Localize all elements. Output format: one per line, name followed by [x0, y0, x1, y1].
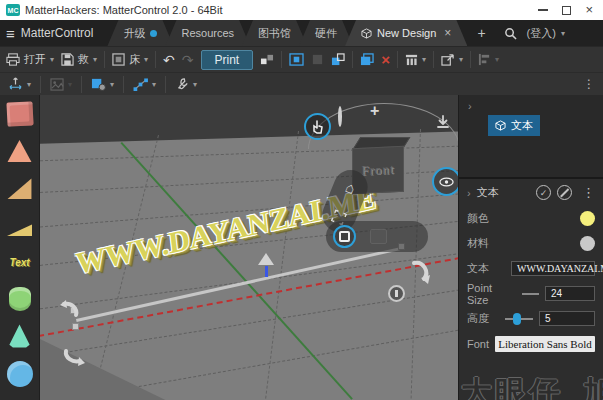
new-tab-button[interactable]: + — [477, 25, 485, 41]
shape-pyramid[interactable] — [7, 139, 33, 163]
arrange-icon[interactable] — [260, 53, 274, 66]
properties-panel: › 文本 › 文本 ✓ ⋮ 颜色 材料 — [458, 95, 603, 400]
hamburger-menu-icon[interactable]: ≡ — [6, 25, 15, 42]
tools-button[interactable]: ▾ — [175, 77, 197, 91]
tab-library[interactable]: 图书馆 — [242, 20, 307, 46]
ungroup-icon[interactable] — [311, 53, 324, 66]
text-input[interactable]: WWW.DAYANZAI.ME — [511, 261, 595, 276]
shape-cube[interactable] — [6, 101, 33, 126]
sign-in-label: (登入) — [527, 26, 556, 41]
close-button-icon[interactable]: × — [585, 5, 593, 15]
print-button[interactable]: Print — [201, 50, 254, 70]
open-button[interactable]: 打开 ▾ — [6, 52, 54, 67]
export-button[interactable]: ▾ — [441, 53, 463, 66]
visibility-eye-icon[interactable] — [432, 167, 458, 196]
floppy-save-icon — [61, 53, 74, 66]
combine-icon[interactable] — [331, 53, 345, 66]
toolbar-separator — [470, 51, 471, 68]
home-view-icon[interactable]: ⌂ — [343, 178, 358, 197]
overflow-menu-icon[interactable]: ⋮ — [583, 77, 595, 91]
height-slider-knob[interactable] — [513, 313, 521, 325]
scene-tree: › 文本 — [459, 95, 603, 177]
align-icon — [478, 53, 491, 66]
notification-dot — [150, 30, 157, 37]
title-bar: MC MatterHackers: MatterControl 2.0 - 64… — [0, 0, 603, 20]
pan-icon[interactable]: + — [370, 104, 379, 118]
chevron-down-icon: ▾ — [110, 80, 114, 89]
rotate-handle-icon[interactable] — [56, 299, 82, 321]
tab-resources[interactable]: Resources — [165, 20, 250, 46]
maximize-button-icon[interactable] — [562, 6, 571, 15]
minimize-button-icon[interactable] — [538, 9, 548, 11]
color-row: 颜色 — [459, 206, 603, 231]
view-style-button[interactable]: ▾ — [405, 53, 426, 66]
tab-library-label: 图书馆 — [258, 26, 291, 41]
font-picker-button[interactable]: Liberation Sans Bold — [495, 336, 595, 352]
color-swatch[interactable] — [580, 211, 595, 226]
path-tool-button[interactable]: ▾ — [133, 78, 156, 91]
properties-title: 文本 — [477, 185, 530, 200]
scale-handle[interactable] — [72, 323, 79, 330]
shape-cone[interactable] — [9, 324, 31, 348]
save-button[interactable]: 救 ▾ — [61, 52, 97, 67]
zoom-drop-icon[interactable] — [436, 115, 450, 129]
group-icon[interactable] — [289, 53, 304, 66]
font-row: Font Liberation Sans Bold — [459, 331, 603, 356]
transform-button[interactable]: ▾ — [8, 77, 31, 91]
render-mode-material-button[interactable] — [370, 229, 387, 244]
height-slider[interactable] — [505, 318, 533, 320]
properties-header: › 文本 ✓ ⋮ — [459, 179, 603, 206]
point-size-label: Point Size — [467, 282, 510, 306]
render-mode-solid-button[interactable] — [333, 225, 356, 248]
delete-icon[interactable]: × — [381, 54, 390, 66]
tab-bar: ≡ MatterControl 升级 Resources 图书馆 硬件 New … — [0, 20, 603, 46]
tree-item-text[interactable]: 文本 — [488, 115, 540, 136]
toolbar-separator — [281, 51, 282, 68]
tab-upgrade[interactable]: 升级 — [107, 20, 173, 46]
point-size-input[interactable]: 24 — [545, 286, 595, 301]
viewport-3d[interactable]: WWW.DAYANZAI.ME + — [40, 95, 458, 400]
bed-button[interactable]: 床 ▾ — [112, 52, 148, 67]
orbit-icon[interactable] — [338, 108, 342, 126]
search-icon[interactable] — [504, 27, 517, 40]
shape-sidebar: Text — [0, 95, 40, 400]
chevron-down-icon: ▾ — [561, 29, 565, 38]
sign-in-button[interactable]: (登入) ▾ — [527, 26, 565, 41]
tab-hardware[interactable]: 硬件 — [299, 20, 353, 46]
app-logo-icon: MC — [6, 4, 20, 16]
tab-close-icon[interactable]: × — [444, 26, 451, 40]
height-input[interactable]: 5 — [539, 311, 595, 326]
more-options-icon[interactable]: ⋮ — [582, 185, 595, 200]
z-move-handle[interactable] — [258, 253, 274, 265]
height-label: 高度 — [467, 311, 489, 326]
material-swatch[interactable] — [580, 236, 595, 251]
image-converter-button[interactable]: ▾ — [50, 78, 72, 91]
undo-button[interactable]: ↶ — [163, 52, 175, 68]
support-button[interactable]: ▾ — [91, 77, 114, 91]
cancel-slash-icon[interactable] — [557, 185, 572, 200]
wrench-icon — [175, 77, 189, 91]
shape-torus[interactable] — [7, 361, 33, 387]
duplicate-icon[interactable] — [360, 53, 374, 66]
apply-check-icon[interactable]: ✓ — [536, 185, 551, 200]
font-label: Font — [467, 338, 489, 350]
chevron-down-icon: ▾ — [93, 55, 97, 64]
app-name: MatterControl — [21, 26, 94, 40]
chevron-down-icon: ▾ — [27, 80, 31, 89]
render-mode-pill — [326, 221, 428, 252]
shape-half-wedge[interactable] — [7, 213, 33, 237]
point-size-slider[interactable] — [522, 293, 539, 295]
rotate-handle-icon[interactable] — [62, 347, 88, 367]
tab-new-design[interactable]: New Design × — [345, 20, 467, 46]
align-button[interactable]: ▾ — [478, 53, 499, 66]
shape-text[interactable]: Text — [7, 250, 33, 274]
rotate-handle-icon[interactable] — [408, 259, 432, 285]
section-expand-icon[interactable]: › — [467, 187, 471, 199]
shape-cylinder[interactable] — [9, 287, 31, 311]
export-icon — [441, 53, 455, 66]
shape-wedge[interactable] — [7, 176, 33, 200]
rotation-snap-handle[interactable] — [388, 285, 405, 302]
redo-button[interactable]: ↷ — [182, 52, 194, 68]
touch-rotate-icon[interactable] — [304, 113, 331, 140]
tree-expand-icon[interactable]: › — [468, 100, 472, 112]
